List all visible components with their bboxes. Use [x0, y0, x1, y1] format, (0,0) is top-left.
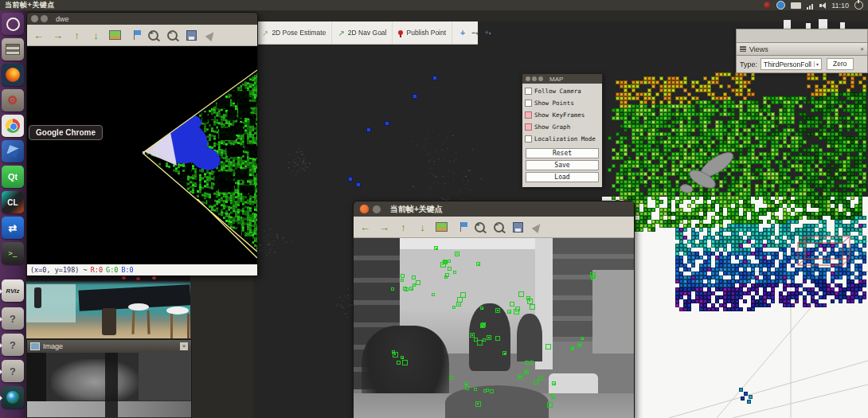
record-icon[interactable] [764, 2, 771, 9]
map-minimize-button[interactable] [532, 76, 537, 81]
input-method-icon[interactable] [776, 1, 785, 10]
move-camera-tool-button[interactable]: + [460, 28, 465, 37]
launcher-item-unknown-3[interactable]: ? [2, 360, 24, 382]
orb-keypoint-marker [432, 293, 435, 296]
launcher-item-teamviewer[interactable]: ⇄ [2, 217, 24, 239]
launcher-item-firefox[interactable] [2, 64, 24, 86]
dwe-close-button[interactable] [31, 15, 38, 22]
flag-icon[interactable] [128, 29, 140, 41]
nav-goal-tool-button[interactable]: ↗ 2D Nav Goal [332, 21, 393, 44]
save-icon[interactable] [186, 29, 197, 41]
save-button[interactable]: Save [526, 160, 599, 170]
pose-estimate-tool-button[interactable]: ↗ 2D Pose Estimate [256, 21, 332, 44]
flag-icon[interactable] [455, 221, 467, 233]
checkbox-label: Localization Mode [534, 135, 596, 143]
laser-scan-view[interactable] [27, 46, 257, 264]
views-type-select[interactable]: ThirdPersonFoll ▾ [760, 58, 822, 70]
camera-lens-icon [6, 391, 19, 404]
pointer-tool-icon[interactable] [205, 29, 217, 41]
map-checkbox-show-points[interactable]: Show Points [522, 97, 602, 109]
clock[interactable]: 11:10 [831, 2, 849, 10]
image-panel-close-icon[interactable]: × [180, 342, 188, 350]
dwe-minimize-button[interactable] [41, 15, 48, 22]
save-icon[interactable] [512, 221, 524, 233]
map-checkbox-show-keyframes[interactable]: Show KeyFrames [522, 109, 602, 121]
orb-keypoint-marker [397, 361, 401, 365]
launcher-item-camera[interactable] [2, 386, 24, 408]
launcher-item-clion[interactable]: CL [2, 191, 24, 213]
zoom-in-icon[interactable]: + [474, 221, 486, 233]
zoom-in-icon[interactable]: + [147, 29, 159, 41]
orb-keypoint-marker [527, 299, 533, 304]
network-icon[interactable] [807, 2, 814, 10]
image-panel-titlebar[interactable]: Image × [27, 340, 191, 353]
down-arrow-icon[interactable]: ↓ [90, 29, 102, 41]
orb-keypoint-marker [443, 260, 447, 264]
map-close-button[interactable] [526, 76, 530, 81]
keyframe-close-button[interactable] [359, 204, 369, 214]
session-menu-icon[interactable] [854, 1, 863, 10]
bright-right [592, 270, 634, 354]
views-panel-titlebar[interactable]: Views × [736, 42, 868, 56]
back-arrow-icon[interactable]: ← [359, 221, 371, 233]
zoom-out-icon[interactable]: − [493, 221, 505, 233]
launcher-item-settings[interactable]: ⚙ [2, 89, 24, 111]
views-panel-close-icon[interactable]: × [860, 45, 864, 53]
octomap-pointcloud-view[interactable] [597, 44, 868, 418]
camera-color-image [26, 275, 190, 338]
reset-button[interactable]: Reset [526, 148, 599, 158]
keyframe-titlebar[interactable]: 当前帧+关键点 [354, 201, 634, 217]
launcher-item-blue-app[interactable] [2, 140, 24, 162]
rviz-toolbar: ↗ 2D Pose Estimate ↗ 2D Nav Goal Publish… [256, 21, 478, 45]
launcher-item-unknown-1[interactable]: ? [2, 307, 24, 330]
map-checkbox-follow-camera[interactable]: Follow Camera [522, 85, 602, 97]
keyframe-camera-view[interactable] [354, 238, 634, 418]
b-value: B:0 [121, 266, 133, 274]
image-panel-icon [30, 342, 40, 350]
orb-keypoint-marker [474, 338, 478, 342]
pointer-tool-icon[interactable] [531, 221, 543, 233]
up-arrow-icon[interactable]: ↑ [397, 221, 409, 233]
checkbox-icon[interactable] [525, 111, 532, 119]
orb-keypoint-marker [483, 338, 486, 342]
dwe-window: dwe ← → ↑ ↓ + − (x=0, y=198) ~ R:0 G:0 B… [26, 12, 258, 275]
checkbox-icon[interactable] [525, 123, 532, 131]
zoom-out-icon[interactable]: − [166, 29, 178, 41]
map-checkbox-show-graph[interactable]: Show Graph [522, 121, 602, 133]
back-arrow-icon[interactable]: ← [33, 29, 45, 41]
map-maximize-button[interactable] [538, 76, 543, 81]
up-arrow-icon[interactable]: ↑ [71, 29, 83, 41]
checkbox-icon[interactable] [525, 135, 532, 143]
checkbox-icon[interactable] [525, 88, 532, 95]
launcher-item-terminal[interactable]: >_ [2, 242, 24, 264]
image-view-icon[interactable] [436, 221, 448, 233]
launcher-item-unknown-2[interactable]: ? [2, 334, 24, 356]
keyboard-icon[interactable] [791, 2, 801, 9]
load-button[interactable]: Load [526, 172, 599, 182]
checkbox-icon[interactable] [525, 100, 532, 107]
keyframe-minimize-button[interactable] [373, 205, 381, 213]
launcher-item-dash[interactable] [2, 13, 24, 35]
zoom-out-tool-button[interactable]: −▾ [472, 29, 479, 37]
forward-arrow-icon[interactable]: → [52, 29, 64, 41]
orb-keypoint-marker [477, 340, 483, 346]
chrome-icon [6, 119, 20, 133]
volume-icon[interactable] [819, 2, 826, 9]
launcher-item-qt-creator[interactable]: Qt [2, 166, 24, 188]
focus-camera-tool-button[interactable]: +▾ [485, 29, 491, 37]
dwe-titlebar[interactable]: dwe [27, 13, 257, 25]
launcher-item-files[interactable] [2, 38, 24, 61]
orb-keypoint-marker [577, 342, 582, 347]
down-arrow-icon[interactable]: ↓ [416, 221, 428, 233]
image-view-icon[interactable] [109, 29, 121, 41]
forward-arrow-icon[interactable]: → [378, 221, 390, 233]
publish-point-tool-button[interactable]: Publish Point [393, 21, 452, 44]
map-panel-titlebar[interactable]: MAP [522, 74, 602, 84]
map-checkbox-localization-mode[interactable]: Localization Mode [522, 133, 602, 145]
launcher-item-rviz[interactable]: RViz [2, 279, 24, 302]
system-tray: 11:10 [764, 1, 863, 10]
launcher-item-chrome[interactable] [2, 115, 24, 137]
orb-keypoint-marker [483, 389, 487, 393]
ceiling-light-red [122, 276, 126, 279]
zero-button[interactable]: Zero [827, 58, 853, 70]
